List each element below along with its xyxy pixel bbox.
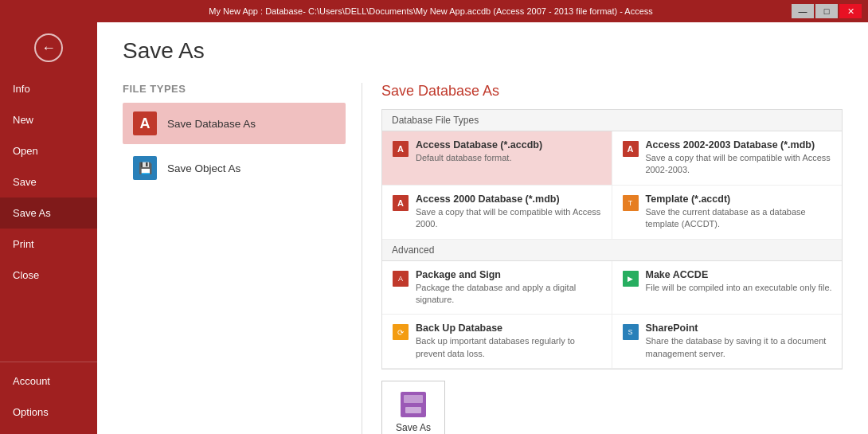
package-sign-icon: A <box>392 270 409 287</box>
package-a-icon: A <box>393 271 409 287</box>
make-accde-item[interactable]: ▶ Make ACCDE File will be compiled into … <box>612 261 843 315</box>
db-file-types-box: Database File Types A Access Database (*… <box>381 109 843 369</box>
back-arrow-icon: ← <box>41 40 56 57</box>
sidebar-item-open[interactable]: Open <box>0 135 97 166</box>
accde-icon: ▶ <box>623 271 639 287</box>
mdb2002-icon: A <box>622 140 639 158</box>
accdb-a-icon: A <box>393 141 409 157</box>
db-items-grid: A Access Database (*.accdb) Default data… <box>382 131 842 240</box>
sidebar-item-save-as-label: Save As <box>13 207 51 219</box>
mdb2000-title: Access 2000 Database (*.mdb) <box>416 194 602 205</box>
back-button[interactable]: ← <box>0 22 97 73</box>
sharepoint-title: SharePoint <box>646 323 833 334</box>
accdb-icon: A <box>392 140 409 158</box>
save-database-as-icon: A <box>132 111 158 136</box>
back-circle-icon: ← <box>34 33 63 62</box>
sidebar-item-options[interactable]: Options <box>0 397 97 428</box>
save-database-as-label: Save Database As <box>167 118 256 130</box>
template-icon: T <box>622 194 639 212</box>
sidebar-item-open-label: Open <box>13 145 38 157</box>
sidebar-item-new[interactable]: New <box>0 104 97 135</box>
mdb2002-a-icon: A <box>623 141 639 157</box>
save-object-as-label: Save Object As <box>167 162 240 174</box>
mdb2000-icon: A <box>392 194 409 212</box>
save-object-as-option[interactable]: 💾 Save Object As <box>123 147 346 189</box>
two-column-layout: File Types A Save Database As 💾 Save Obj… <box>123 83 843 434</box>
backup-title: Back Up Database <box>416 323 602 334</box>
accdb-desc: Default database format. <box>416 152 602 164</box>
title-bar-controls: — □ ✕ <box>792 4 862 18</box>
backup-item[interactable]: ⟳ Back Up Database Back up important dat… <box>382 315 612 369</box>
sidebar-item-close-label: Close <box>13 269 39 281</box>
mdb2002-item[interactable]: A Access 2002-2003 Database (*.mdb) Save… <box>612 131 843 186</box>
package-sign-desc: Package the database and apply a digital… <box>416 282 602 307</box>
template-title: Template (*.accdt) <box>646 194 833 205</box>
make-accde-icon: ▶ <box>622 270 639 287</box>
maximize-button[interactable]: □ <box>815 4 838 18</box>
sidebar-item-account-label: Account <box>13 375 50 387</box>
sidebar-item-save-label: Save <box>13 176 37 188</box>
template-t-icon: T <box>623 195 639 211</box>
page-title: Save As <box>123 38 843 64</box>
file-types-heading: File Types <box>123 83 346 95</box>
sidebar: ← Info New Open Save Save As Print C <box>0 22 97 434</box>
minimize-button[interactable]: — <box>792 4 814 18</box>
db-file-types-header: Database File Types <box>382 110 842 131</box>
make-accde-title: Make ACCDE <box>646 269 833 280</box>
package-sign-title: Package and Sign <box>416 269 602 280</box>
backup-desc: Back up important databases regularly to… <box>416 335 602 360</box>
left-panel: File Types A Save Database As 💾 Save Obj… <box>123 83 362 434</box>
floppy-disk-icon <box>401 392 426 417</box>
main-layout: ← Info New Open Save Save As Print C <box>0 22 868 434</box>
sharepoint-item[interactable]: S SharePoint Share the database by savin… <box>612 315 843 369</box>
save-as-button[interactable]: Save As <box>381 381 445 434</box>
sidebar-item-save-as[interactable]: Save As <box>0 197 97 229</box>
sharepoint-desc: Share the database by saving it to a doc… <box>646 335 833 360</box>
title-bar-text: My New App : Database- C:\Users\DELL\Doc… <box>70 6 792 16</box>
mdb2000-item[interactable]: A Access 2000 Database (*.mdb) Save a co… <box>382 186 612 240</box>
sidebar-item-save[interactable]: Save <box>0 166 97 197</box>
sidebar-item-new-label: New <box>13 114 33 126</box>
advanced-header: Advanced <box>382 240 842 261</box>
save-obj-icon: 💾 <box>133 156 157 180</box>
sharepoint-s-icon: S <box>623 324 639 340</box>
mdb2000-a-icon: A <box>393 195 409 211</box>
accdb-title: Access Database (*.accdb) <box>416 139 602 151</box>
sidebar-nav: Info New Open Save Save As Print Close <box>0 73 97 358</box>
sidebar-divider <box>0 362 97 362</box>
mdb2002-title: Access 2002-2003 Database (*.mdb) <box>646 139 833 151</box>
title-bar: My New App : Database- C:\Users\DELL\Doc… <box>0 0 868 22</box>
sidebar-item-info-label: Info <box>13 83 30 95</box>
save-as-btn-container: Save As <box>381 381 843 434</box>
access-db-icon: A <box>133 111 157 135</box>
template-item[interactable]: T Template (*.accdt) Save the current da… <box>612 186 843 240</box>
sidebar-item-account[interactable]: Account <box>0 366 97 397</box>
mdb2000-desc: Save a copy that will be compatible with… <box>416 206 602 231</box>
backup-icon: ⟳ <box>392 323 409 341</box>
sidebar-item-print[interactable]: Print <box>0 229 97 260</box>
save-as-button-label: Save As <box>396 422 431 433</box>
sidebar-item-print-label: Print <box>13 238 34 250</box>
close-button[interactable]: ✕ <box>839 4 862 18</box>
save-object-as-icon: 💾 <box>132 155 158 181</box>
advanced-items-grid: A Package and Sign Package the database … <box>382 261 842 369</box>
panel-divider <box>362 83 362 434</box>
template-desc: Save the current database as a database … <box>646 206 833 231</box>
package-sign-item[interactable]: A Package and Sign Package the database … <box>382 261 612 315</box>
mdb2002-desc: Save a copy that will be compatible with… <box>646 152 833 177</box>
save-database-as-title: Save Database As <box>381 83 843 100</box>
accdb-item[interactable]: A Access Database (*.accdb) Default data… <box>382 131 612 186</box>
sidebar-bottom: Account Options <box>0 366 97 434</box>
sidebar-item-options-label: Options <box>13 406 49 418</box>
make-accde-desc: File will be compiled into an executable… <box>646 282 833 294</box>
backup-clock-icon: ⟳ <box>393 324 409 340</box>
sidebar-item-info[interactable]: Info <box>0 73 97 104</box>
sharepoint-icon: S <box>622 323 639 341</box>
content-area: Save As File Types A Save Database As 💾 … <box>97 22 868 434</box>
sidebar-item-close[interactable]: Close <box>0 260 97 291</box>
right-panel: Save Database As Database File Types A A… <box>381 83 843 434</box>
save-database-as-option[interactable]: A Save Database As <box>123 103 346 144</box>
